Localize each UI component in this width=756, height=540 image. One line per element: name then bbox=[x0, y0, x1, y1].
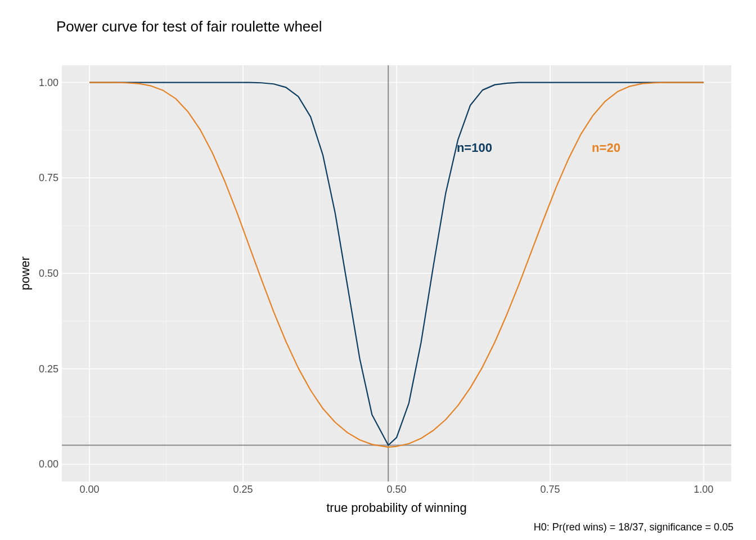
y-axis-label: power bbox=[17, 65, 34, 482]
chart-caption: H0: Pr(red wins) = 18/37, significance =… bbox=[534, 521, 734, 533]
x-tick-label: 1.00 bbox=[694, 484, 713, 496]
y-tick-label: 0.75 bbox=[35, 172, 58, 184]
x-tick-label: 0.75 bbox=[540, 484, 560, 496]
y-tick-label: 0.00 bbox=[35, 458, 58, 470]
chart-title: Power curve for test of fair roulette wh… bbox=[56, 18, 322, 35]
y-tick-label: 1.00 bbox=[35, 76, 58, 88]
y-tick-label: 0.50 bbox=[35, 268, 58, 280]
plot-panel bbox=[62, 65, 731, 482]
y-tick-label: 0.25 bbox=[35, 363, 58, 375]
x-tick-label: 0.50 bbox=[386, 484, 406, 496]
x-axis-label: true probability of winning bbox=[62, 501, 731, 515]
series-label: n=100 bbox=[457, 141, 492, 155]
power-curve-chart: Power curve for test of fair roulette wh… bbox=[0, 0, 756, 540]
plot-svg bbox=[62, 65, 731, 482]
series-label: n=20 bbox=[592, 141, 620, 155]
x-tick-label: 0.25 bbox=[233, 484, 253, 496]
x-tick-label: 0.00 bbox=[80, 484, 100, 496]
